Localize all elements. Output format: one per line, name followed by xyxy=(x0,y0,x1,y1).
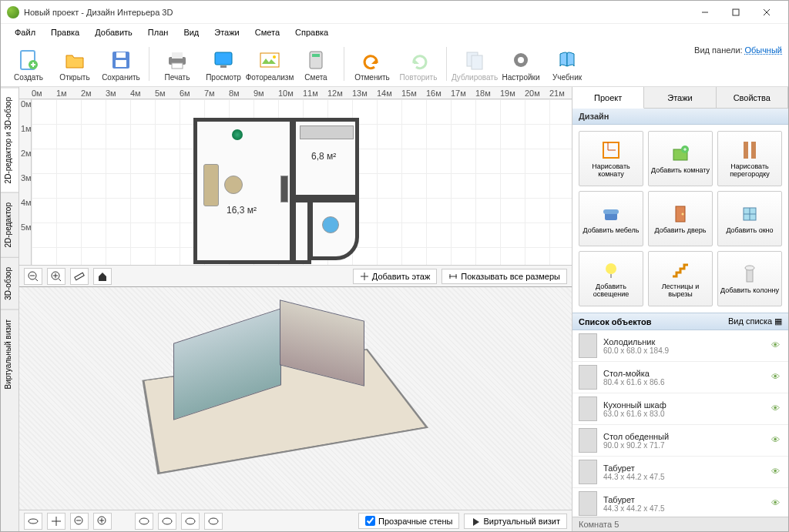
left-tab-3d[interactable]: 3D-обзор xyxy=(1,257,18,309)
view-1-button[interactable] xyxy=(135,513,153,530)
menu-view[interactable]: Вид xyxy=(177,26,205,38)
tab-project[interactable]: Проект xyxy=(572,87,644,109)
settings-button[interactable]: Настройки xyxy=(498,44,544,85)
left-tab-2d[interactable]: 2D-редактор xyxy=(1,192,18,257)
print-button[interactable]: Печать xyxy=(154,44,200,85)
design-card-5[interactable]: Добавить окно xyxy=(717,191,782,246)
left-tab-virtual[interactable]: Виртуальный визит xyxy=(1,309,18,399)
svg-point-44 xyxy=(163,518,172,524)
home-button[interactable] xyxy=(93,268,112,285)
object-row[interactable]: Кухонный шкаф63.0 x 61.6 x 83.0👁 xyxy=(572,393,788,425)
room2-label: 6,8 м² xyxy=(311,151,336,162)
menu-file[interactable]: Файл xyxy=(8,26,42,38)
visibility-icon[interactable]: 👁 xyxy=(771,467,782,477)
design-card-1[interactable]: Добавить комнату xyxy=(648,131,713,186)
object-thumb-icon xyxy=(579,428,597,453)
tab-floors[interactable]: Этажи xyxy=(644,87,716,108)
view-panel-link[interactable]: Обычный xyxy=(744,45,782,55)
photo-button[interactable]: Фотореализм xyxy=(247,44,293,85)
design-icon xyxy=(670,203,691,225)
object-row[interactable]: Холодильник60.0 x 68.0 x 184.9👁 xyxy=(572,330,788,362)
object-row[interactable]: Табурет44.3 x 44.2 x 47.5👁 xyxy=(572,457,788,488)
tab-properties[interactable]: Свойства xyxy=(717,87,788,108)
redo-button[interactable]: Повторить xyxy=(395,44,442,85)
duplicate-button[interactable]: Дублировать xyxy=(452,44,498,85)
textbook-button[interactable]: Учебник xyxy=(544,44,590,85)
duplicate-icon xyxy=(463,49,486,72)
object-row[interactable]: Стол-мойка80.4 x 61.6 x 86.6👁 xyxy=(572,362,788,393)
view-3-button[interactable] xyxy=(181,513,200,530)
undo-icon xyxy=(361,49,384,72)
menu-edit[interactable]: Правка xyxy=(45,26,86,38)
open-button[interactable]: Открыть xyxy=(52,44,98,85)
svg-point-55 xyxy=(682,212,684,215)
design-card-0[interactable]: Нарисовать комнату xyxy=(579,131,643,186)
view-4-button[interactable] xyxy=(204,513,223,530)
right-tabs: Проект Этажи Свойства xyxy=(572,87,788,109)
menu-estimate[interactable]: Смета xyxy=(249,26,286,38)
svg-line-28 xyxy=(59,279,61,281)
design-icon xyxy=(739,263,760,285)
design-card-2[interactable]: Нарисовать перегородку xyxy=(717,131,782,186)
room-3[interactable] xyxy=(309,199,359,260)
toilet-icon xyxy=(322,216,339,233)
object-thumb-icon xyxy=(579,396,597,421)
visibility-icon[interactable]: 👁 xyxy=(771,340,782,351)
room-1[interactable]: 16,3 м² xyxy=(193,118,294,264)
design-icon xyxy=(600,139,622,161)
add-floor-button[interactable]: Добавить этаж xyxy=(353,269,437,284)
design-card-3[interactable]: Добавить мебель xyxy=(579,191,643,246)
rotate-360-button[interactable] xyxy=(24,513,42,530)
zoom-in-button[interactable] xyxy=(47,268,65,285)
zoom-out-button[interactable] xyxy=(24,268,42,285)
ruler-tool[interactable] xyxy=(70,268,89,285)
gear-icon xyxy=(509,49,532,72)
estimate-button[interactable]: Смета xyxy=(293,44,339,85)
object-row[interactable]: Табурет44.3 x 44.2 x 47.5👁 xyxy=(572,488,788,517)
svg-rect-21 xyxy=(472,55,482,69)
pan-button[interactable] xyxy=(47,513,65,530)
menu-add[interactable]: Добавить xyxy=(89,26,139,38)
show-dims-button[interactable]: Показывать все размеры xyxy=(442,269,567,284)
view-panel-label: Вид панели: Обычный xyxy=(694,45,782,55)
design-card-7[interactable]: Лестницы и вырезы xyxy=(648,251,713,306)
visibility-icon[interactable]: 👁 xyxy=(771,372,782,383)
view-2-button[interactable] xyxy=(158,513,176,530)
room-2[interactable]: 6,8 м² xyxy=(292,118,359,199)
table-icon xyxy=(224,176,243,194)
design-card-6[interactable]: Добавить освещение xyxy=(579,251,643,306)
create-button[interactable]: Создать xyxy=(5,44,52,85)
minimize-button[interactable] xyxy=(690,2,720,23)
zoom-out-3d-button[interactable] xyxy=(70,513,89,530)
menu-plan[interactable]: План xyxy=(142,26,175,38)
menu-floors[interactable]: Этажи xyxy=(208,26,245,38)
list-view-icon[interactable]: ▦ xyxy=(774,316,782,326)
tv-icon xyxy=(280,176,288,202)
zoom-in-3d-button[interactable] xyxy=(93,513,112,530)
design-icon xyxy=(670,259,691,281)
design-card-8[interactable]: Добавить колонну xyxy=(717,251,782,306)
svg-point-17 xyxy=(273,55,276,59)
object-row[interactable]: Стол обеденный90.0 x 90.2 x 71.7👁 xyxy=(572,425,788,457)
virtual-visit-button[interactable]: Виртуальный визит xyxy=(464,514,567,529)
visibility-icon[interactable]: 👁 xyxy=(771,403,782,414)
svg-rect-19 xyxy=(312,54,320,57)
pane-3d[interactable]: Прозрачные стены Виртуальный визит xyxy=(19,287,572,531)
save-button[interactable]: Сохранить xyxy=(98,44,144,85)
plan-grid[interactable]: 16,3 м² 6,8 м² xyxy=(32,99,572,265)
maximize-button[interactable] xyxy=(720,2,751,23)
svg-rect-12 xyxy=(172,52,183,59)
svg-rect-9 xyxy=(116,60,126,67)
transparent-walls-checkbox[interactable]: Прозрачные стены xyxy=(358,513,459,529)
monitor-icon xyxy=(212,49,235,72)
floorplan[interactable]: 16,3 м² 6,8 м² xyxy=(193,118,359,264)
undo-button[interactable]: Отменить xyxy=(349,44,395,85)
design-card-4[interactable]: Добавить дверь xyxy=(648,191,713,246)
left-tab-2d3d[interactable]: 2D-редактор и 3D-обзор xyxy=(1,87,18,192)
menu-help[interactable]: Справка xyxy=(289,26,334,38)
visibility-icon[interactable]: 👁 xyxy=(771,435,782,446)
visibility-icon[interactable]: 👁 xyxy=(771,498,782,509)
preview-button[interactable]: Просмотр xyxy=(200,44,247,85)
object-thumb-icon xyxy=(579,333,597,358)
close-button[interactable] xyxy=(751,2,782,23)
